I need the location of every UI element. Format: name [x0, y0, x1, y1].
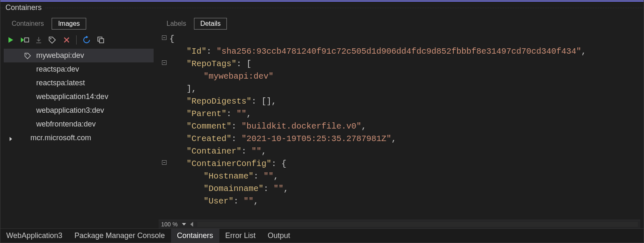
code-line[interactable]: "Domainname": "",	[184, 183, 640, 195]
image-list-item[interactable]: webapplication3:dev	[4, 104, 154, 117]
image-list-item[interactable]: mywebapi:dev	[4, 49, 154, 62]
code-line[interactable]: "mywebapi:dev"	[184, 70, 640, 83]
zoom-dropdown-icon[interactable]	[182, 223, 186, 226]
right-tab-strip: Labels Details	[159, 17, 640, 33]
run-icon[interactable]	[7, 36, 15, 44]
image-name: webapplication14:dev	[36, 92, 108, 101]
code-line[interactable]: "Parent": "",	[177, 108, 640, 120]
code-line[interactable]: ],	[177, 83, 640, 95]
copy-icon[interactable]	[97, 36, 105, 44]
svg-point-4	[50, 38, 52, 40]
editor-status-bar: 100 %	[159, 220, 640, 228]
image-list-item[interactable]: webapplication14:dev	[4, 90, 154, 104]
image-name: reactspa:dev	[36, 65, 79, 74]
svg-rect-7	[99, 39, 104, 43]
tool-window-tab[interactable]: Error List	[219, 229, 262, 243]
image-name: reactspa:latest	[36, 79, 85, 87]
code-line[interactable]: "Created": "2021-10-19T05:25:35.2787981Z…	[177, 133, 640, 145]
code-line[interactable]: {	[169, 33, 640, 45]
fold-toggle-icon[interactable]	[162, 60, 167, 65]
scroll-left-icon[interactable]	[190, 222, 193, 227]
code-line[interactable]: "Container": "",	[177, 145, 640, 158]
image-name: mcr.microsoft.com	[30, 134, 91, 142]
left-pane: Containers Images	[4, 17, 154, 228]
code-line[interactable]: "RepoTags": [	[177, 58, 640, 70]
code-line[interactable]: "Hostname": "",	[184, 170, 640, 183]
zoom-level[interactable]: 100 %	[161, 221, 178, 228]
tab-containers[interactable]: Containers	[5, 18, 50, 30]
code-line[interactable]: "ContainerConfig": {	[177, 158, 640, 170]
delete-icon[interactable]	[63, 36, 70, 44]
fold-toggle-icon[interactable]	[162, 35, 167, 40]
tab-labels[interactable]: Labels	[160, 18, 192, 30]
svg-rect-2	[25, 38, 29, 42]
tag-icon[interactable]	[48, 36, 57, 44]
left-tab-strip: Containers Images	[4, 17, 154, 33]
code-line[interactable]: "Comment": "buildkit.dockerfile.v0",	[177, 120, 640, 133]
tool-window-tab[interactable]: Containers	[171, 229, 219, 243]
tool-window-tab[interactable]: Package Manager Console	[69, 229, 171, 243]
tool-window-tab[interactable]: Output	[262, 229, 296, 243]
expand-icon[interactable]	[8, 135, 14, 141]
image-name: webapplication3:dev	[36, 106, 104, 115]
tool-window-tab-strip: WebApplication3Package Manager ConsoleCo…	[0, 228, 644, 243]
svg-marker-0	[8, 37, 13, 43]
code-line[interactable]: "User": "",	[184, 195, 640, 208]
svg-marker-9	[10, 137, 12, 141]
image-toolbar	[4, 33, 154, 49]
run-new-window-icon[interactable]	[20, 36, 30, 44]
toolbar-separator	[76, 35, 77, 45]
image-name: webfrontenda:dev	[36, 120, 96, 129]
image-name: mywebapi:dev	[36, 51, 84, 60]
panel-title: Containers	[5, 3, 45, 12]
horizontal-scrollbar[interactable]	[197, 222, 638, 227]
tab-details[interactable]: Details	[194, 18, 227, 30]
image-list-item[interactable]: reactspa:dev	[4, 62, 154, 76]
image-list-item[interactable]: mcr.microsoft.com	[4, 131, 154, 145]
pull-icon[interactable]	[35, 36, 42, 44]
tab-images[interactable]: Images	[52, 18, 86, 30]
json-editor[interactable]: { "Id": "sha256:93ccb4781240f91c72c505d1…	[159, 33, 640, 220]
image-list-item[interactable]: reactspa:latest	[4, 76, 154, 90]
svg-marker-5	[86, 36, 88, 38]
image-list-item[interactable]: webfrontenda:dev	[4, 117, 154, 131]
svg-point-8	[26, 54, 27, 55]
svg-marker-1	[21, 37, 24, 42]
panel-title-bar: Containers	[0, 2, 644, 14]
image-list: mywebapi:devreactspa:devreactspa:latestw…	[4, 49, 154, 228]
tag-icon	[24, 52, 32, 60]
right-pane: Labels Details { "Id": "sha256:93ccb4781…	[159, 17, 640, 228]
code-line[interactable]: "Id": "sha256:93ccb4781240f91c72c505d1d9…	[177, 45, 640, 58]
code-line[interactable]: "RepoDigests": [],	[177, 95, 640, 108]
fold-toggle-icon[interactable]	[162, 160, 167, 165]
tool-window-tab[interactable]: WebApplication3	[0, 229, 69, 243]
refresh-icon[interactable]	[82, 36, 91, 44]
